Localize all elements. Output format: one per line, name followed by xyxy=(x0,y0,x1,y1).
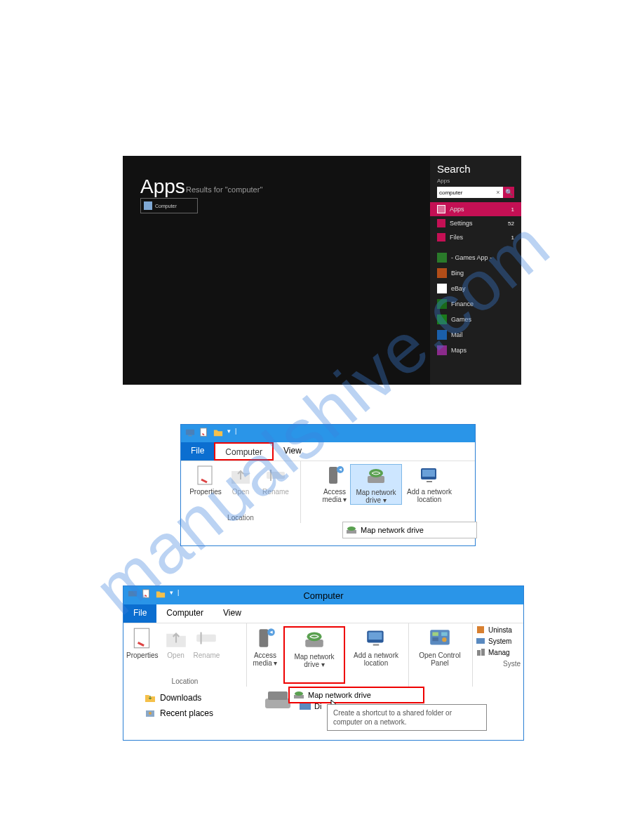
tab-view[interactable]: View xyxy=(213,604,251,623)
add-network-location-icon xyxy=(364,626,388,650)
open-icon xyxy=(164,626,188,650)
tab-file[interactable]: File xyxy=(181,442,214,461)
access-media-icon xyxy=(253,626,277,650)
games-app-icon xyxy=(437,253,447,263)
tab-view[interactable]: View xyxy=(274,442,311,461)
computer-tile-label: Computer xyxy=(155,204,177,208)
map-network-drive-icon xyxy=(365,465,387,487)
search-input[interactable] xyxy=(437,187,493,198)
group-location-label: Location xyxy=(123,676,246,687)
svg-rect-40 xyxy=(300,703,311,710)
search-header: Search xyxy=(430,156,521,178)
svg-point-42 xyxy=(295,691,303,696)
svg-rect-35 xyxy=(481,649,485,656)
manage-icon xyxy=(476,647,485,657)
svg-point-31 xyxy=(442,637,446,642)
explorer-ribbon-small: ▾ | File Computer View Properties Open xyxy=(180,424,476,546)
svg-rect-25 xyxy=(368,633,382,640)
search-icon[interactable]: 🔍 xyxy=(503,187,514,198)
search-scope-label: Apps xyxy=(430,178,521,187)
app-bing[interactable]: Bing xyxy=(430,265,521,281)
svg-rect-28 xyxy=(432,633,438,636)
add-network-location-button[interactable]: Add a network location xyxy=(402,464,457,503)
tab-file[interactable]: File xyxy=(123,604,156,623)
map-drive-small-icon xyxy=(293,691,304,700)
rename-icon xyxy=(194,626,218,650)
qat-dropdown-icon[interactable]: ▾ xyxy=(227,428,231,437)
games-icon xyxy=(437,315,447,324)
category-files[interactable]: Files 1 xyxy=(430,230,521,244)
group-location-label: Location xyxy=(227,512,254,523)
svg-point-23 xyxy=(307,632,321,641)
add-network-location-button[interactable]: Add a network location xyxy=(345,626,407,684)
win8-search-screenshot: Apps Results for "computer" Computer Sea… xyxy=(123,156,521,385)
apps-title: Apps xyxy=(140,176,185,198)
computer-result-tile[interactable]: Computer xyxy=(140,198,198,213)
app-mail[interactable]: Mail xyxy=(430,327,521,343)
qat-dropdown-icon[interactable]: ▾ xyxy=(170,589,173,599)
apps-category-icon xyxy=(437,205,445,213)
access-media-button[interactable]: Access media ▾ xyxy=(319,464,350,503)
maps-icon xyxy=(437,345,447,355)
control-panel-icon xyxy=(428,626,452,650)
svg-rect-20 xyxy=(260,629,269,647)
files-category-icon xyxy=(437,233,445,241)
properties-button[interactable]: Properties xyxy=(123,626,161,676)
svg-rect-33 xyxy=(476,638,485,644)
tab-computer[interactable]: Computer xyxy=(214,442,274,461)
app-maps[interactable]: Maps xyxy=(430,343,521,358)
properties-small-icon[interactable] xyxy=(199,428,209,437)
uninstall-button[interactable]: Uninsta xyxy=(476,625,521,635)
svg-rect-32 xyxy=(477,626,484,633)
map-drive-menuitem[interactable]: Map network drive xyxy=(288,687,424,703)
nav-downloads[interactable]: Downloads xyxy=(145,692,201,703)
ribbon-tabs: File Computer View xyxy=(181,442,475,461)
map-network-drive-button[interactable]: Map network drive ▾ xyxy=(283,626,345,684)
app-games2[interactable]: Games xyxy=(430,312,521,327)
recent-places-icon xyxy=(145,708,156,719)
nav-recent-places[interactable]: Recent places xyxy=(145,708,213,719)
folder-small-icon[interactable] xyxy=(156,589,166,599)
access-media-icon xyxy=(323,464,346,486)
svg-point-37 xyxy=(149,712,152,715)
properties-button[interactable]: Properties xyxy=(188,464,223,496)
svg-rect-15 xyxy=(128,591,137,597)
map-network-drive-icon xyxy=(302,628,326,651)
system-icon xyxy=(476,636,485,646)
app-finance[interactable]: Finance xyxy=(430,296,521,312)
results-subtitle: Results for "computer" xyxy=(186,185,262,194)
svg-rect-1 xyxy=(188,435,192,436)
properties-small-icon[interactable] xyxy=(142,589,152,599)
map-drive-small-icon xyxy=(346,525,357,535)
category-settings[interactable]: Settings 52 xyxy=(430,216,521,230)
tab-computer[interactable]: Computer xyxy=(156,604,213,623)
access-media-button[interactable]: Access media ▾ xyxy=(247,626,283,684)
finance-icon xyxy=(437,299,447,309)
svg-rect-34 xyxy=(477,650,481,656)
downloads-icon xyxy=(145,692,156,703)
mail-icon xyxy=(437,330,447,340)
app-games[interactable]: - Games App - xyxy=(430,250,521,265)
folder-small-icon[interactable] xyxy=(213,428,223,437)
svg-point-14 xyxy=(347,527,356,531)
system-properties-button[interactable]: System xyxy=(476,636,521,646)
map-drive-dropdown-item[interactable]: Map network drive xyxy=(342,522,477,538)
clear-icon[interactable]: × xyxy=(493,187,503,198)
svg-rect-26 xyxy=(373,644,380,646)
svg-rect-4 xyxy=(267,472,285,479)
add-network-location-icon xyxy=(418,464,441,486)
manage-button[interactable]: Manag xyxy=(476,647,521,657)
ribbon-tabs: File Computer View xyxy=(123,604,523,623)
category-apps[interactable]: Apps 1 xyxy=(430,202,521,216)
svg-rect-39 xyxy=(268,691,288,700)
open-control-panel-button[interactable]: Open Control Panel xyxy=(409,626,471,684)
rename-button: Rename xyxy=(258,464,293,496)
rename-icon xyxy=(264,464,287,486)
app-ebay[interactable]: eBay xyxy=(430,281,521,296)
computer-small-icon xyxy=(128,589,137,599)
map-network-drive-button[interactable]: Map network drive ▾ xyxy=(350,464,402,505)
properties-icon xyxy=(194,464,217,486)
ebay-icon xyxy=(437,284,447,293)
explorer-ribbon-large: Computer ▾ | File Computer View Properti… xyxy=(123,585,524,741)
properties-icon xyxy=(130,626,154,650)
